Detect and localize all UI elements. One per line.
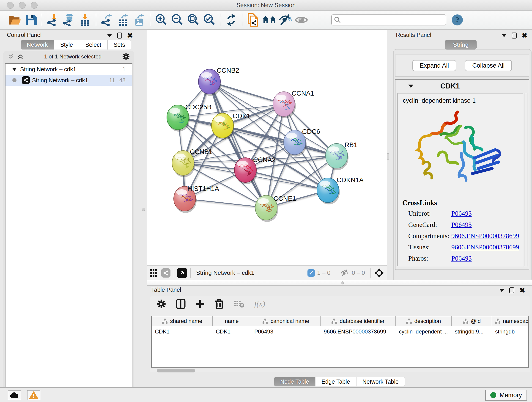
panel-close-icon[interactable]: ✖ [127,32,133,38]
zoom-out-button[interactable] [169,12,185,27]
splitter-handle[interactable] [142,208,145,211]
home-pair-button[interactable] [261,12,277,27]
column-type-icon [162,318,168,324]
main-toolbar: ? [0,11,532,30]
toolbar-separator [242,13,242,26]
column-header-namespace[interactable]: namespace [492,316,529,326]
export-network-button[interactable] [99,12,115,27]
separator [370,268,371,278]
hidden-eye-icon[interactable] [339,269,349,277]
crosslink-value-link[interactable]: P06493 [451,221,472,229]
fit-selected-icon[interactable] [374,268,385,278]
protein-section-header[interactable]: CDK1 [395,80,529,93]
column-header-shared-name[interactable]: shared name [152,316,213,326]
separator [336,268,336,278]
zoom-in-button[interactable] [153,12,169,27]
search-input[interactable] [341,15,443,25]
export-network-icon [101,13,114,26]
save-session-button[interactable] [23,12,39,27]
panel-close-icon[interactable]: ✖ [519,287,525,293]
show-all-button[interactable] [293,12,309,27]
zoom-in-icon [155,13,167,26]
node-label-CCNB1: CCNB1 [190,148,212,155]
results-scrollbar[interactable] [524,93,527,266]
collapse-all-icon[interactable] [8,54,14,60]
section-collapse-icon[interactable] [408,85,413,88]
expand-all-icon[interactable] [17,54,23,60]
network-selection-status: 1 of 1 Network selected [23,53,122,60]
cloud-status-button[interactable] [8,390,21,400]
panel-menu-icon[interactable] [499,289,504,292]
tab-sets[interactable]: Sets [108,40,131,50]
tab-string[interactable]: String [445,40,476,50]
table-horizontal-scrollbar[interactable] [157,369,195,372]
table-cell: cyclin–dependent ... [396,326,452,337]
hide-selected-button[interactable] [277,12,293,27]
column-header-canonical-name[interactable]: canonical name [251,316,321,326]
eye-icon [295,15,308,25]
node-CDKN1A[interactable] [317,178,340,204]
node-table[interactable]: shared namenamecanonical namedatabase id… [151,316,529,368]
crosslink-value-link[interactable]: P06493 [451,210,472,217]
gear-icon[interactable] [122,53,130,60]
column-header-name[interactable]: name [213,316,251,326]
tab-edge-table[interactable]: Edge Table [315,377,356,386]
tab-network-table[interactable]: Network Table [356,377,405,386]
table-settings-gear-icon[interactable] [157,299,166,308]
crosslink-row: Uniprot:P06493 [402,210,523,217]
memory-button[interactable]: Memory [485,390,527,401]
export-table-button[interactable] [115,12,131,27]
import-table-button[interactable] [77,12,93,27]
help-button[interactable]: ? [452,14,463,26]
network-row[interactable]: String Network – cdk1 11 48 [6,75,132,86]
table-row[interactable]: CDK1CDK1P064939606.ENSP00000378699cyclin… [152,326,528,337]
selected-checkbox[interactable]: ✓ [307,269,315,277]
share-view-icon[interactable] [161,268,171,278]
crosslink-value-link[interactable]: P06493 [451,255,472,262]
column-header--id[interactable]: @id [452,316,492,326]
import-database-button[interactable] [61,12,77,27]
import-network-button[interactable] [45,12,61,27]
column-type-icon [331,318,337,324]
table-cell: P06493 [251,326,321,337]
panel-float-icon[interactable] [509,287,514,293]
zoom-fit-button[interactable] [185,12,201,27]
node-CDK1[interactable] [211,113,234,140]
warning-status-button[interactable] [27,390,40,400]
vertical-splitter[interactable] [387,30,389,280]
delete-column-icon[interactable] [215,299,224,309]
network-graph[interactable]: CCNB2CCNA1CDC25BCDK1CDC6RB1CCNB1CCNA2CDK… [147,30,387,265]
tab-node-table[interactable]: Node Table [274,377,315,386]
birds-eye-toggle[interactable] [177,268,187,278]
panel-float-icon[interactable] [117,32,122,38]
collapse-all-button[interactable]: Collapse All [465,60,512,71]
network-view[interactable]: CCNB2CCNA1CDC25BCDK1CDC6RB1CCNB1CCNA2CDK… [147,30,387,265]
crosslink-value-link[interactable]: 9606.ENSP00000378699 [451,243,519,251]
column-header-label: @id [471,318,481,324]
tab-select[interactable]: Select [79,40,107,50]
show-columns-icon[interactable] [176,299,186,309]
export-image-button[interactable] [131,12,147,27]
enrichment-doc-button[interactable] [245,12,261,27]
collection-expand-icon[interactable] [12,68,17,71]
expand-all-button[interactable]: Expand All [412,60,456,71]
crosslink-value-link[interactable]: 9606.ENSP00000378699 [451,232,519,240]
network-list-header: 1 of 1 Network selected [3,51,134,62]
network-collection-row[interactable]: String Network – cdk1 1 [6,64,132,75]
tab-network[interactable]: Network [21,40,54,50]
column-header-database-identifier[interactable]: database identifier [321,316,396,326]
open-session-button[interactable] [7,12,23,27]
panel-menu-icon[interactable] [107,34,112,37]
panel-float-icon[interactable] [512,32,517,38]
memory-status-dot [490,392,496,398]
add-column-icon[interactable] [196,299,205,308]
panel-close-icon[interactable]: ✖ [522,32,527,38]
column-header-description[interactable]: description [396,316,452,326]
grid-mode-icon[interactable] [149,268,158,278]
refresh-button[interactable] [223,12,239,27]
tab-style[interactable]: Style [54,40,79,50]
panel-menu-icon[interactable] [501,34,507,37]
edge-HIST1H1A-CCNE1[interactable] [185,199,266,208]
zoom-selected-button[interactable] [201,12,217,27]
horizontal-splitter[interactable] [147,280,532,286]
